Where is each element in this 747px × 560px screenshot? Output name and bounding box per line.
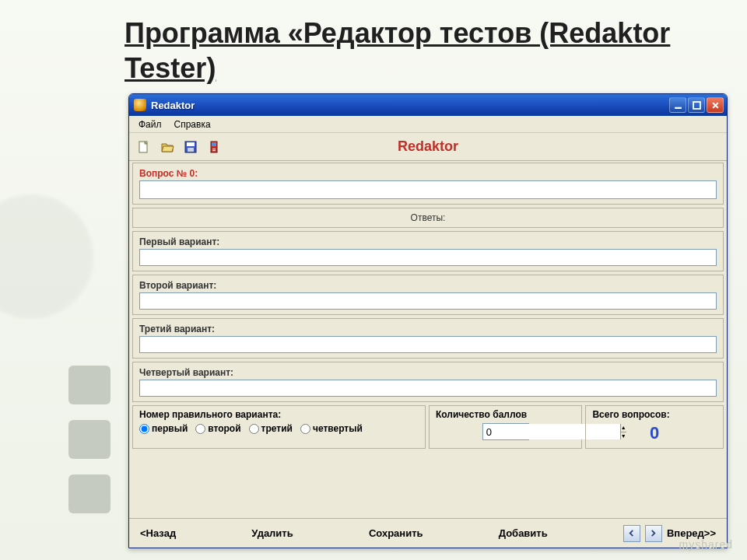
menu-help[interactable]: Справка <box>170 117 216 131</box>
chevron-right-icon <box>650 530 657 537</box>
variant-2-input[interactable] <box>139 292 717 310</box>
variant-4-group: Четвертый вариант: <box>132 362 724 402</box>
variant-2-group: Второй вариант: <box>132 275 724 315</box>
app-window: Redaktor Файл Справка Redaktor Вопрос <box>128 93 728 548</box>
next-arrow-button[interactable] <box>645 525 662 542</box>
radio-3-label: третий <box>261 423 293 434</box>
bottom-row: Номер правильного варианта: первый второ… <box>132 405 724 449</box>
svg-rect-1 <box>693 102 700 109</box>
window-title: Redaktor <box>151 100 669 111</box>
total-label: Всего вопросов: <box>592 409 717 420</box>
correct-variant-group: Номер правильного варианта: первый второ… <box>132 405 426 449</box>
variant-1-input[interactable] <box>139 249 717 266</box>
answers-header-group: Ответы: <box>132 208 724 228</box>
radio-4[interactable]: четвертый <box>300 423 363 434</box>
question-group: Вопрос № 0: <box>132 163 724 205</box>
variant-3-label: Третий вариант: <box>139 324 717 334</box>
toolbar: Redaktor <box>129 133 727 161</box>
menubar: Файл Справка <box>129 116 727 133</box>
open-file-icon[interactable] <box>160 140 174 154</box>
variant-3-group: Третий вариант: <box>132 318 724 359</box>
radio-1-label: первый <box>152 423 188 434</box>
minimize-button[interactable] <box>669 97 686 113</box>
variant-4-label: Четвертый вариант: <box>139 367 717 378</box>
svg-rect-9 <box>212 150 216 151</box>
decoration-square <box>68 474 110 513</box>
delete-button[interactable]: Удалить <box>248 526 296 541</box>
decoration-square <box>68 420 110 459</box>
score-group: Количество баллов ▲ ▼ <box>429 405 582 449</box>
radio-1[interactable]: первый <box>139 423 188 434</box>
minimize-icon <box>674 101 682 110</box>
back-button[interactable]: <Назад <box>137 526 179 541</box>
question-label: Вопрос № 0: <box>139 168 717 179</box>
navbar: <Назад Удалить Сохранить Добавить Вперед… <box>129 518 727 548</box>
answers-header: Ответы: <box>139 212 717 223</box>
add-button[interactable]: Добавить <box>496 526 551 541</box>
svg-rect-4 <box>187 142 195 146</box>
prev-arrow-button[interactable] <box>623 525 640 542</box>
new-file-icon[interactable] <box>137 140 151 154</box>
decoration-circle <box>0 194 93 319</box>
titlebar: Redaktor <box>129 94 727 116</box>
variant-4-input[interactable] <box>139 380 717 397</box>
app-icon <box>134 99 146 111</box>
maximize-icon <box>693 101 701 110</box>
svg-rect-8 <box>212 149 216 149</box>
variant-1-label: Первый вариант: <box>139 236 717 247</box>
save-button[interactable]: Сохранить <box>366 526 426 541</box>
svg-rect-5 <box>188 148 194 152</box>
radio-2[interactable]: второй <box>195 423 240 434</box>
slide-title: Программа «Редактор тестов (Redaktor Tes… <box>0 0 747 86</box>
score-label: Количество баллов <box>436 409 575 420</box>
radio-4-label: четвертый <box>313 423 363 434</box>
menu-file[interactable]: Файл <box>134 117 167 131</box>
save-file-icon[interactable] <box>184 140 198 154</box>
device-icon[interactable] <box>207 140 221 154</box>
chevron-left-icon <box>628 530 635 537</box>
close-icon <box>711 101 720 110</box>
question-input[interactable] <box>139 180 717 199</box>
variant-2-label: Второй вариант: <box>139 280 717 291</box>
forward-button[interactable]: Вперед>> <box>667 527 716 539</box>
total-value: 0 <box>592 423 717 443</box>
variant-1-group: Первый вариант: <box>132 231 724 271</box>
radio-2-label: второй <box>208 423 240 434</box>
svg-rect-0 <box>675 107 682 108</box>
forward-button-group: Вперед>> <box>620 523 719 544</box>
maximize-button[interactable] <box>688 97 705 113</box>
radio-3[interactable]: третий <box>249 423 293 434</box>
close-button[interactable] <box>707 97 724 113</box>
decoration-square <box>68 366 110 404</box>
total-group: Всего вопросов: 0 <box>585 405 724 449</box>
correct-label: Номер правильного варианта: <box>139 409 419 420</box>
score-spinner[interactable]: ▲ ▼ <box>482 423 529 440</box>
svg-rect-7 <box>212 142 216 146</box>
variant-3-input[interactable] <box>139 336 717 353</box>
